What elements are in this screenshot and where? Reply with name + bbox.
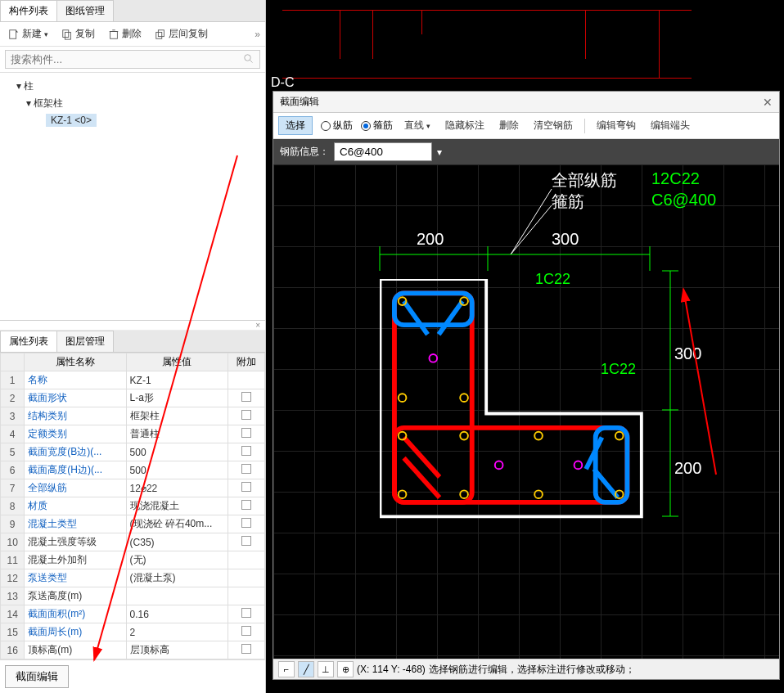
prop-value[interactable]: 普通柱: [126, 425, 228, 443]
prop-name: 全部纵筋: [25, 479, 126, 497]
tree-root[interactable]: ▾ 柱: [7, 78, 259, 95]
search-icon[interactable]: [244, 54, 254, 66]
tab-layers[interactable]: 图层管理: [56, 331, 114, 352]
prop-add[interactable]: [228, 569, 264, 587]
value-12c22[interactable]: 12C22: [651, 169, 700, 188]
property-row[interactable]: 10混凝土强度等级(C35): [1, 533, 265, 551]
prop-add[interactable]: [228, 641, 264, 659]
prop-value[interactable]: (现浇砼 碎石40m...: [126, 515, 228, 533]
prop-add[interactable]: [228, 623, 264, 641]
section-drawing[interactable]: 全部纵筋 箍筋 12C22 C6@400 200 300 300 200 1C2…: [273, 164, 779, 659]
prop-value[interactable]: [126, 587, 228, 605]
property-row[interactable]: 12泵送类型(混凝土泵): [1, 569, 265, 587]
edit-end-button[interactable]: 编辑端头: [647, 117, 693, 134]
prop-value[interactable]: 500: [126, 461, 228, 479]
value-c6-400[interactable]: C6@400: [651, 191, 716, 209]
prop-name: 混凝土类型: [25, 515, 126, 533]
svg-rect-20: [394, 293, 472, 325]
delete-tool-button[interactable]: 删除: [496, 117, 522, 134]
search-input[interactable]: [5, 50, 260, 69]
prop-close[interactable]: ×: [0, 321, 265, 331]
prop-add[interactable]: [228, 605, 264, 623]
svg-point-40: [429, 354, 437, 362]
prop-value[interactable]: (C35): [126, 533, 228, 551]
property-row[interactable]: 6截面高度(H边)(...500: [1, 461, 265, 479]
modal-close-button[interactable]: ✕: [763, 96, 773, 109]
copy-button[interactable]: 复制: [58, 25, 98, 43]
hide-anno-button[interactable]: 隐藏标注: [442, 117, 488, 134]
edit-hook-button[interactable]: 编辑弯钩: [593, 117, 639, 134]
property-row[interactable]: 16顶标高(m)层顶标高: [1, 641, 265, 659]
prop-value[interactable]: 0.16: [126, 605, 228, 623]
prop-add[interactable]: [228, 479, 264, 497]
tab-props[interactable]: 属性列表: [0, 331, 57, 352]
prop-value[interactable]: 500: [126, 443, 228, 461]
property-row[interactable]: 1名称KZ-1: [1, 371, 265, 389]
prop-add[interactable]: [228, 587, 264, 605]
rebar-info-input[interactable]: [334, 142, 432, 161]
property-row[interactable]: 9混凝土类型(现浇砼 碎石40m...: [1, 515, 265, 533]
sb-btn-3[interactable]: ⊥: [318, 661, 334, 677]
prop-add[interactable]: [228, 497, 264, 515]
prop-add[interactable]: [228, 515, 264, 533]
prop-add[interactable]: [228, 533, 264, 551]
clear-rebar-button[interactable]: 清空钢筋: [530, 117, 576, 134]
prop-value[interactable]: (混凝土泵): [126, 569, 228, 587]
prop-add[interactable]: [228, 461, 264, 479]
property-row[interactable]: 4定额类别普通柱: [1, 425, 265, 443]
delete-button[interactable]: 删除: [105, 25, 145, 43]
toolbar-overflow[interactable]: »: [255, 29, 260, 40]
section-edit-modal: 截面编辑 ✕ 选择 纵筋 箍筋 直线 ▾ 隐藏标注 删除 清空钢筋 编辑弯钩 编…: [273, 91, 780, 680]
rebar-info-dropdown[interactable]: ▾: [437, 146, 448, 158]
tree-leaf[interactable]: KZ-1 <0>: [7, 112, 259, 128]
section-edit-button[interactable]: 截面编辑: [5, 665, 69, 688]
l-section-shape: [380, 279, 650, 524]
property-row[interactable]: 3结构类别框架柱: [1, 407, 265, 425]
component-tree: ▾ 柱 ▾ 框架柱 KZ-1 <0>: [0, 73, 265, 133]
dim-200b: 200: [674, 459, 701, 478]
prop-value[interactable]: 现浇混凝土: [126, 497, 228, 515]
radio-stirrup[interactable]: 箍筋: [361, 119, 393, 133]
prop-name: 泵送类型: [25, 569, 126, 587]
prop-add[interactable]: [228, 389, 264, 407]
tab-components[interactable]: 构件列表: [0, 0, 57, 21]
sb-btn-1[interactable]: ⌐: [278, 661, 295, 677]
layer-copy-button[interactable]: 层间复制: [151, 25, 211, 43]
modal-titlebar[interactable]: 截面编辑 ✕: [273, 92, 779, 113]
modal-title-text: 截面编辑: [280, 95, 319, 109]
prop-add[interactable]: [228, 425, 264, 443]
property-row[interactable]: 5截面宽度(B边)(...500: [1, 443, 265, 461]
row-num: 1: [1, 371, 25, 389]
prop-value[interactable]: L-a形: [126, 389, 228, 407]
property-row[interactable]: 14截面面积(m²)0.16: [1, 605, 265, 623]
prop-add[interactable]: [228, 551, 264, 569]
line-tool[interactable]: 直线 ▾: [401, 117, 434, 134]
property-row[interactable]: 7全部纵筋12⌀22: [1, 479, 265, 497]
prop-value[interactable]: 2: [126, 623, 228, 641]
prop-add[interactable]: [228, 407, 264, 425]
new-button[interactable]: 新建▾: [5, 25, 52, 43]
prop-value[interactable]: 层顶标高: [126, 641, 228, 659]
radio-longitudinal[interactable]: 纵筋: [321, 119, 353, 133]
select-tool-button[interactable]: 选择: [278, 116, 313, 135]
prop-value[interactable]: (无): [126, 551, 228, 569]
property-row[interactable]: 8材质现浇混凝土: [1, 497, 265, 515]
prop-value[interactable]: KZ-1: [126, 371, 228, 389]
prop-add[interactable]: [228, 371, 264, 389]
property-row[interactable]: 2截面形状L-a形: [1, 389, 265, 407]
sb-btn-2[interactable]: ╱: [298, 661, 314, 677]
property-row[interactable]: 13泵送高度(m): [1, 587, 265, 605]
prop-add[interactable]: [228, 443, 264, 461]
dim-200a: 200: [417, 230, 444, 249]
property-row[interactable]: 11混凝土外加剂(无): [1, 551, 265, 569]
prop-value[interactable]: 框架柱: [126, 407, 228, 425]
svg-point-32: [399, 432, 407, 440]
tab-drawings[interactable]: 图纸管理: [56, 0, 114, 21]
sb-btn-4[interactable]: ⊕: [337, 661, 354, 677]
svg-rect-0: [10, 29, 16, 38]
cad-background-lines: [266, 0, 784, 90]
property-row[interactable]: 15截面周长(m)2: [1, 623, 265, 641]
prop-value[interactable]: 12⌀22: [126, 479, 228, 497]
prop-name: 截面面积(m²): [25, 605, 126, 623]
tree-child[interactable]: ▾ 框架柱: [7, 95, 259, 112]
